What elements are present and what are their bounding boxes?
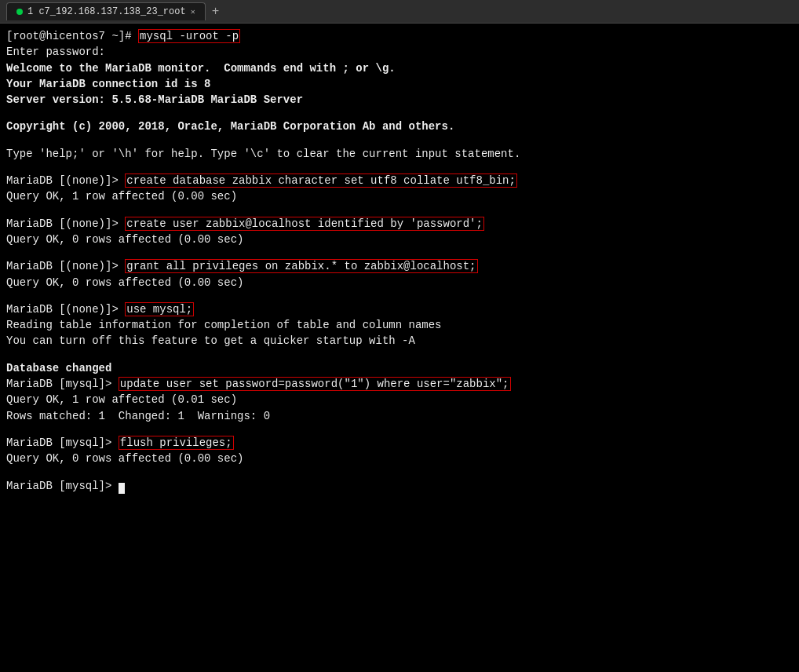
terminal-prompt: MariaDB [(none)]>: [6, 174, 125, 187]
terminal-spacer: [6, 247, 793, 258]
terminal-command: flush privileges;: [119, 436, 234, 450]
terminal-command: create database zabbix character set utf…: [125, 173, 517, 188]
terminal-line: Type 'help;' or '\h' for help. Type '\c'…: [6, 146, 793, 162]
terminal-line: [root@hicentos7 ~]# mysql -uroot -p: [6, 28, 793, 44]
terminal-line: MariaDB [(none)]> grant all privileges o…: [6, 258, 793, 274]
terminal-line: Query OK, 0 rows affected (0.00 sec): [6, 451, 793, 466]
title-bar: 1 c7_192.168.137.138_23_root ✕ +: [0, 0, 799, 24]
terminal-prompt: MariaDB [(none)]>: [6, 217, 125, 230]
terminal-line: MariaDB [(none)]> create database zabbix…: [6, 173, 793, 188]
terminal-line: Query OK, 0 rows affected (0.00 sec): [6, 275, 793, 290]
terminal-line: Reading table information for completion…: [6, 317, 793, 333]
terminal-prompt: MariaDB [(none)]>: [6, 303, 125, 316]
terminal-line: You can turn off this feature to get a q…: [6, 333, 793, 349]
terminal-line: Query OK, 1 row affected (0.01 sec): [6, 392, 793, 407]
terminal-line: Server version: 5.5.68-MariaDB MariaDB S…: [6, 92, 793, 108]
terminal-line: MariaDB [mysql]> flush privileges;: [6, 435, 793, 451]
terminal-command: use mysql;: [125, 302, 194, 316]
terminal-command: update user set password=password("1") w…: [119, 377, 511, 391]
terminal-command: grant all privileges on zabbix.* to zabb…: [125, 259, 477, 273]
terminal-output: [root@hicentos7 ~]# mysql -uroot -pEnter…: [0, 24, 799, 672]
terminal-line: MariaDB [(none)]> create user zabbix@loc…: [6, 216, 793, 232]
terminal-line: Database changed: [6, 360, 793, 376]
terminal-line: Welcome to the MariaDB monitor. Commands…: [6, 60, 793, 76]
tab-close-button[interactable]: ✕: [191, 7, 195, 16]
terminal-line: Query OK, 1 row affected (0.00 sec): [6, 188, 793, 204]
terminal-line: Copyright (c) 2000, 2018, Oracle, MariaD…: [6, 119, 793, 134]
terminal-line: MariaDB [(none)]> use mysql;: [6, 301, 793, 317]
terminal-spacer: [6, 290, 793, 301]
terminal-line: MariaDB [mysql]>: [6, 478, 793, 494]
terminal-prompt: MariaDB [mysql]>: [6, 480, 119, 492]
tab-label: 1 c7_192.168.137.138_23_root: [27, 6, 186, 17]
terminal-spacer: [6, 162, 793, 173]
terminal-spacer: [6, 205, 793, 216]
terminal-line: Enter password:: [6, 44, 793, 60]
terminal-spacer: [6, 349, 793, 360]
terminal-line: MariaDB [mysql]> update user set passwor…: [6, 376, 793, 392]
terminal-cursor: [119, 483, 125, 494]
terminal-prompt: MariaDB [mysql]>: [6, 436, 119, 449]
terminal-spacer: [6, 424, 793, 435]
terminal-spacer: [6, 108, 793, 119]
terminal-line: Rows matched: 1 Changed: 1 Warnings: 0: [6, 408, 793, 424]
terminal-line: Query OK, 0 rows affected (0.00 sec): [6, 232, 793, 247]
terminal-command: mysql -uroot -p: [138, 29, 240, 43]
terminal-spacer: [6, 467, 793, 478]
terminal-command: create user zabbix@localhost identified …: [125, 217, 484, 231]
terminal-prompt: [root@hicentos7 ~]#: [6, 30, 138, 42]
terminal-spacer: [6, 135, 793, 146]
terminal-prompt: MariaDB [(none)]>: [6, 260, 125, 272]
terminal-line: Your MariaDB connection id is 8: [6, 76, 793, 92]
terminal-prompt: MariaDB [mysql]>: [6, 378, 119, 390]
new-tab-button[interactable]: +: [212, 5, 220, 19]
tab-status-dot: [16, 9, 23, 15]
terminal-tab[interactable]: 1 c7_192.168.137.138_23_root ✕: [6, 2, 206, 20]
